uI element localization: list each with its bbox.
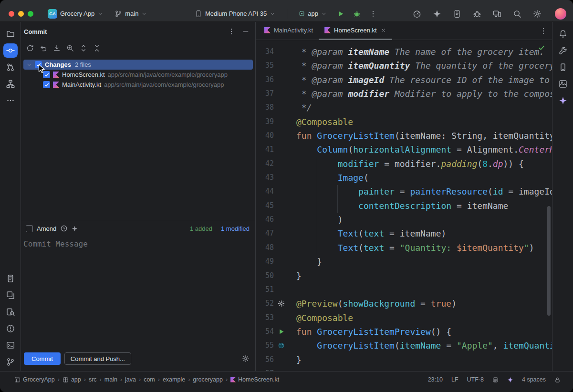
tab-mainactivity-kt[interactable]: MainActivity.kt — [259, 22, 319, 40]
line-number[interactable]: 43 — [256, 171, 274, 185]
shelve-button[interactable] — [52, 43, 62, 53]
line-number[interactable]: 52 — [256, 297, 274, 310]
preview-settings-gutter-icon[interactable] — [278, 300, 285, 307]
commit-message-input[interactable]: Commit Message — [21, 236, 255, 349]
expand-chevron-icon[interactable] — [26, 62, 32, 68]
line-number[interactable]: 57 — [256, 367, 274, 371]
file-checkbox[interactable] — [43, 71, 50, 78]
tool-window-button-logcat[interactable] — [3, 271, 18, 286]
line-number[interactable]: 46 — [256, 213, 274, 227]
editor-options-kebab-icon[interactable] — [540, 27, 552, 35]
line-number[interactable]: 35 — [256, 59, 274, 72]
tool-window-button-resource-manager[interactable] — [556, 77, 570, 91]
file-encoding[interactable]: UTF-8 — [467, 376, 484, 383]
line-number[interactable]: 40 — [256, 129, 274, 143]
code-editor[interactable]: 34 * @param itemName The name of the gro… — [256, 40, 552, 371]
expand-all-button[interactable] — [78, 43, 89, 53]
tool-window-button-notifications[interactable] — [556, 27, 570, 41]
tool-window-button-structure[interactable] — [3, 77, 18, 91]
profiler-button[interactable] — [411, 8, 423, 20]
tab-homescreen-kt[interactable]: HomeScreen.kt — [319, 22, 392, 40]
device-mirroring-button[interactable] — [491, 8, 503, 20]
project-selector[interactable]: GA Grocery App — [44, 7, 107, 21]
ai-commit-message-icon[interactable] — [72, 226, 78, 232]
commit-button[interactable]: Commit — [24, 352, 61, 365]
tool-window-button-gradle[interactable] — [556, 43, 570, 58]
diff-button[interactable] — [65, 43, 75, 53]
cursor-position[interactable]: 23:10 — [428, 376, 443, 383]
device-selector[interactable]: Medium Phone API 35 — [191, 8, 279, 20]
minimize-window-button[interactable] — [18, 11, 24, 17]
close-window-button[interactable] — [9, 11, 14, 17]
app-quality-insights-button[interactable] — [471, 8, 483, 20]
amend-checkbox[interactable] — [26, 225, 33, 232]
tool-window-button-device-manager[interactable] — [556, 60, 570, 74]
settings-button[interactable] — [531, 8, 543, 20]
gemini-status-icon[interactable] — [507, 377, 513, 383]
editor-widget-icon[interactable] — [492, 377, 499, 383]
debug-button[interactable] — [351, 8, 363, 20]
line-separator[interactable]: LF — [451, 376, 458, 383]
tool-window-button-commit[interactable] — [3, 43, 18, 58]
rollback-button[interactable] — [38, 43, 49, 53]
breadcrumb-main[interactable]: main — [104, 376, 117, 383]
breadcrumb-homescreen-kt[interactable]: HomeScreen.kt — [230, 376, 279, 383]
commit-and-push-button[interactable]: Commit and Push... — [64, 352, 131, 365]
tool-window-button-more[interactable] — [3, 93, 18, 108]
file-lock-icon[interactable] — [554, 377, 561, 383]
hide-tool-window-icon[interactable] — [242, 28, 250, 35]
line-number[interactable]: 55 — [256, 339, 274, 352]
logcat-button[interactable] — [451, 8, 463, 20]
branch-selector[interactable]: main — [111, 8, 151, 20]
refresh-button[interactable] — [25, 43, 35, 53]
line-number[interactable]: 50 — [256, 269, 274, 283]
changes-checkbox[interactable] — [35, 61, 42, 68]
line-number[interactable]: 54 — [256, 325, 274, 339]
tool-window-button-terminal[interactable] — [3, 338, 18, 352]
line-number[interactable]: 47 — [256, 227, 274, 240]
close-tab-icon[interactable] — [380, 27, 386, 33]
line-number[interactable]: 48 — [256, 241, 274, 255]
zoom-window-button[interactable] — [28, 11, 33, 17]
breadcrumb-com[interactable]: com — [144, 376, 155, 383]
line-number[interactable]: 38 — [256, 101, 274, 114]
collapse-all-button[interactable] — [92, 43, 102, 53]
line-number[interactable]: 53 — [256, 311, 274, 325]
editor-scrollbar[interactable] — [547, 206, 551, 316]
breadcrumb-app[interactable]: app — [63, 376, 81, 383]
line-number[interactable]: 56 — [256, 353, 274, 367]
line-number[interactable]: 45 — [256, 199, 274, 213]
compose-node-gutter-icon[interactable] — [278, 342, 285, 349]
breadcrumb-src[interactable]: src — [89, 376, 97, 383]
search-button[interactable] — [511, 8, 523, 20]
avatar[interactable] — [555, 8, 566, 20]
tool-window-button-pull-requests[interactable] — [3, 60, 18, 74]
changed-file-homescreen-kt[interactable]: HomeScreen.ktapp/src/main/java/com/examp… — [21, 70, 255, 80]
line-number[interactable]: 44 — [256, 185, 274, 198]
line-number[interactable]: 34 — [256, 45, 274, 59]
changes-group-row[interactable]: Changes 2 files — [23, 60, 253, 70]
tool-window-button-gemini[interactable] — [556, 93, 570, 108]
inspections-ok-icon[interactable] — [538, 44, 545, 52]
indent-size[interactable]: 4 spaces — [522, 376, 546, 383]
line-number[interactable]: 39 — [256, 115, 274, 129]
line-number[interactable]: 51 — [256, 283, 274, 297]
tool-window-button-problems[interactable] — [3, 321, 18, 336]
changed-file-mainactivity-kt[interactable]: MainActivity.ktapp/src/main/java/com/exa… — [21, 80, 255, 90]
run-config-selector[interactable]: app — [295, 8, 331, 19]
run-preview-gutter-icon[interactable] — [278, 328, 285, 335]
tool-window-button-project[interactable] — [3, 27, 18, 41]
line-number[interactable]: 37 — [256, 87, 274, 101]
breadcrumb-java[interactable]: java — [125, 376, 136, 383]
tool-window-button-app-inspection[interactable] — [3, 305, 18, 319]
run-button[interactable] — [334, 8, 347, 20]
commit-settings-gear-icon[interactable] — [242, 355, 250, 362]
breadcrumb-groceryapp[interactable]: groceryapp — [193, 376, 223, 383]
tool-window-button-version-control[interactable] — [3, 355, 18, 369]
line-number[interactable]: 42 — [256, 157, 274, 171]
tool-window-button-build-variants[interactable] — [3, 288, 18, 302]
breadcrumb-groceryapp[interactable]: GroceryApp — [14, 376, 55, 383]
line-number[interactable]: 41 — [256, 143, 274, 156]
commit-history-icon[interactable] — [60, 225, 68, 232]
file-checkbox[interactable] — [43, 81, 50, 88]
